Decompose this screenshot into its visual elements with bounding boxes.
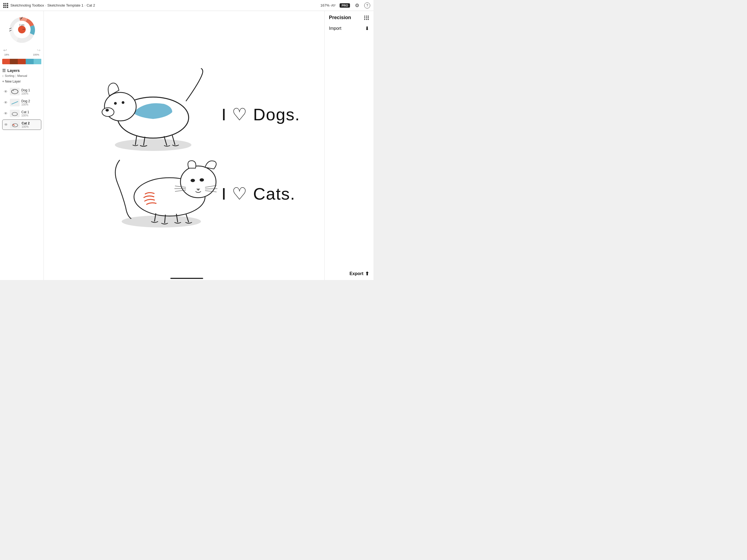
svg-point-20 [122,101,124,104]
svg-line-13 [13,125,15,126]
sorting-mode: Manual [17,74,27,77]
svg-point-6 [11,90,18,94]
layers-section: ☰ Layers ↕ Sorting | Manual + New Layer … [0,66,44,280]
layer-name-cat2: Cat 2 [22,121,29,125]
layer-opacity-dog2: 100% [21,103,30,106]
help-icon[interactable]: ? [364,2,370,8]
pro-badge: PRO [340,3,350,8]
layer-opacity-cat2: 100% [22,125,29,128]
topbar: Sketchnoting Toolbox › Sketchnote Templa… [0,0,374,11]
layers-title: Layers [7,68,20,73]
precision-grid-icon[interactable] [364,16,369,20]
brush-wheel[interactable]: 3 pts [5,13,38,46]
flow-label: 100% [33,53,39,56]
layer-info-cat1: Cat 1 100% [21,110,29,117]
bottom-export-button[interactable]: Export ⬆ [350,271,369,277]
breadcrumb-sep2: › [84,4,85,7]
layer-item-dog2[interactable]: 👁 Dog 2 100% [2,98,41,107]
color-palette-strip[interactable] [2,59,42,64]
template-name[interactable]: Sketchnote Template 1 [47,3,83,7]
visibility-icon-cat2[interactable]: 👁 [4,123,8,127]
sort-icon: ↕ [2,74,4,77]
sorting-label: Sorting [5,74,15,77]
svg-point-7 [13,90,14,91]
layer-info-dog1: Dog 1 100% [21,88,30,95]
opacity-label: 18% [4,53,9,56]
export-label: Export [350,271,363,276]
import-icon[interactable]: ⬇ [365,25,369,31]
svg-point-8 [14,90,14,91]
layer-name-dog2: Dog 2 [21,99,30,103]
layer-thumb-cat2 [10,121,20,128]
layer-thumb-dog1 [10,88,20,96]
topbar-right: 167% ↺0° PRO ⚙ ? [320,2,370,9]
canvas-area[interactable]: I ♡ Dogs. [44,11,324,280]
new-layer-label: + New Layer [2,80,21,83]
visibility-icon-cat1[interactable]: 👁 [3,111,8,116]
svg-point-10 [12,112,18,116]
visibility-icon-dog2[interactable]: 👁 [3,100,8,105]
svg-text:I ♡ Cats.: I ♡ Cats. [222,184,295,203]
layers-menu-icon[interactable]: ☰ [2,68,6,73]
precision-row: Precision [329,15,369,21]
layer-item-cat2[interactable]: 👁 Cat 2 100% [2,120,41,130]
app-grid-icon[interactable] [3,3,8,8]
svg-text:I ♡ Dogs.: I ♡ Dogs. [222,105,300,124]
svg-line-9 [11,101,18,104]
brush-area: 3 pts ↩ ↪ 18% 100% [0,11,44,66]
layer-opacity-dog1: 100% [21,92,30,95]
layer-item-dog1[interactable]: 👁 Dog 1 100% [2,87,41,97]
layer-info-cat2: Cat 2 100% [22,121,29,128]
visibility-icon-dog1[interactable]: 👁 [3,90,8,94]
svg-point-29 [190,179,195,182]
precision-label: Precision [329,15,351,21]
export-icon: ⬆ [365,271,369,277]
svg-point-28 [180,166,216,198]
layer-thumb-dog2 [10,99,20,106]
home-indicator [170,278,203,279]
layer-info-dog2: Dog 2 100% [21,99,30,106]
undo-arrow[interactable]: ↩ [3,48,7,53]
svg-point-18 [106,109,109,111]
zoom-info: 167% ↺0° [320,3,336,7]
layer-name-cat1: Cat 1 [21,110,29,114]
layer-item-cat1[interactable]: 👁 Cat 1 100% [2,108,41,119]
sorting-row[interactable]: ↕ Sorting | Manual [2,74,41,77]
svg-point-30 [200,178,204,182]
new-layer-button[interactable]: + New Layer [2,79,41,84]
layer-thumb-cat1 [10,110,20,117]
svg-point-14 [115,139,191,151]
settings-icon[interactable]: ⚙ [354,2,360,9]
layer-opacity-cat1: 100% [21,114,29,117]
import-row[interactable]: Import ⬇ [329,25,369,31]
app-name: Sketchnoting Toolbox [10,3,44,7]
layer-name-dog1: Dog 1 [21,88,30,92]
svg-point-26 [122,215,201,228]
current-page[interactable]: Cat 2 [87,3,95,7]
breadcrumb-sep1: › [45,4,46,7]
svg-point-19 [114,102,117,105]
right-panel: Precision Import ⬇ [324,11,374,280]
sidebar: 3 pts ↩ ↪ 18% 100% ☰ Layers ↕ S [0,11,44,280]
redo-arrow[interactable]: ↪ [37,48,41,53]
import-label: Import [329,26,341,31]
breadcrumb: Sketchnoting Toolbox › Sketchnote Templa… [10,3,95,7]
layers-header: ☰ Layers [2,66,41,74]
